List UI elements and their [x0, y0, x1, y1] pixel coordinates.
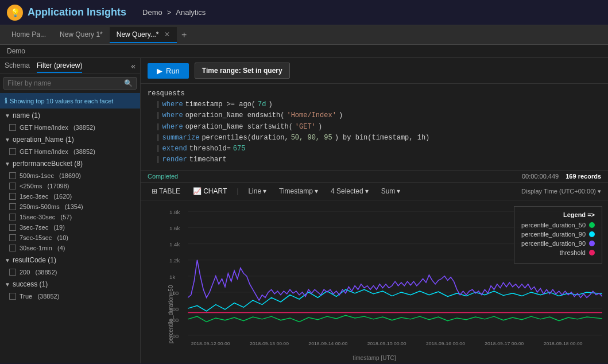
svg-text:1.4k: 1.4k	[169, 242, 180, 247]
legend-dot-90	[589, 231, 595, 237]
results-count: 169 records	[566, 173, 601, 180]
code-line-1: resquests	[148, 88, 601, 99]
chart-legend: Legend => percentile_duration_50 percent…	[514, 206, 602, 264]
run-button[interactable]: ▶ Run	[148, 63, 189, 79]
legend-item-4: threshold	[521, 249, 595, 256]
svg-text:2018-09-12 00:00: 2018-09-12 00:00	[191, 342, 230, 346]
content-area: ▶ Run Time range: Set in query resquests…	[141, 58, 608, 363]
table-view-button[interactable]: ⊞ TABLE	[148, 185, 184, 197]
list-item[interactable]: GET Home/Index (38852)	[8, 122, 137, 133]
chevron-icon: ▼	[5, 257, 10, 264]
chevron-icon: ▼	[5, 137, 10, 143]
code-line-4: | where operation_Name startswith( 'GET'…	[148, 122, 601, 133]
legend-dot-95	[589, 241, 595, 246]
nav-arrow: >	[167, 8, 172, 17]
main-layout: Schema Filter (preview) « 🔍 ℹ Showing to…	[0, 58, 608, 363]
nav-analytics[interactable]: Analytics	[171, 8, 210, 17]
results-time: 00:00:00.449	[522, 173, 559, 180]
facet-checkbox[interactable]	[9, 224, 16, 231]
list-item[interactable]: 1sec-3sec (1620)	[8, 191, 137, 202]
line-dropdown[interactable]: Line ▾	[244, 185, 270, 197]
list-item[interactable]: 200 (38852)	[8, 267, 137, 277]
filter-input[interactable]	[7, 79, 124, 87]
list-item[interactable]: <250ms (17098)	[8, 181, 137, 191]
facet-header-0[interactable]: ▼ name (1)	[3, 109, 137, 122]
list-item[interactable]: 3sec-7sec (19)	[8, 222, 137, 233]
chevron-down-icon: ▾	[315, 187, 318, 195]
facet-checkbox[interactable]	[9, 269, 16, 276]
facet-checkbox[interactable]	[9, 293, 16, 300]
sidebar-tab-filter[interactable]: Filter (preview)	[37, 61, 82, 73]
facet-group-1: ▼ operation_Name (1)GET Home/Index (3885…	[0, 133, 140, 157]
results-status: Completed	[148, 173, 178, 180]
selected-dropdown[interactable]: 4 Selected ▾	[327, 185, 373, 197]
facet-group-0: ▼ name (1)GET Home/Index (38852)	[0, 109, 140, 133]
chart-view-button[interactable]: 📈 CHART	[189, 185, 231, 197]
tab-add-button[interactable]: +	[177, 30, 191, 40]
list-item[interactable]: 7sec-15sec (10)	[8, 233, 137, 243]
svg-text:2018-09-13 00:00: 2018-09-13 00:00	[250, 342, 289, 346]
tab-home-pa[interactable]: Home Pa...	[5, 27, 53, 43]
svg-text:1.6k: 1.6k	[169, 226, 180, 231]
list-item[interactable]: GET Home/Index (38852)	[8, 146, 137, 157]
tab-bar: Home Pa... New Query 1* New Query...* ✕ …	[0, 25, 608, 45]
chevron-icon: ▼	[5, 281, 10, 288]
tab-new-query-active[interactable]: New Query...* ✕	[110, 27, 177, 43]
svg-text:2018-09-15 00:00: 2018-09-15 00:00	[367, 342, 406, 346]
nav-demo[interactable]: Demo	[138, 8, 167, 17]
top-navigation: 💡 Application Insights Demo > Analytics	[0, 0, 608, 25]
x-axis-label: timestamp [UTC]	[353, 355, 396, 361]
table-icon: ⊞	[152, 187, 157, 195]
tab-close-icon[interactable]: ✕	[164, 30, 170, 38]
legend-item-1: percentile_duration_50	[521, 222, 595, 229]
code-line-5: | summarize percentiles(duration, 50, 90…	[148, 133, 601, 144]
chevron-down-icon: ▾	[598, 188, 601, 195]
facet-checkbox[interactable]	[9, 172, 16, 179]
chevron-icon: ▼	[5, 161, 10, 167]
code-editor[interactable]: resquests | where timestamp >= ago(7d) |…	[141, 84, 608, 171]
facet-checkbox[interactable]	[9, 203, 16, 210]
facet-header-1[interactable]: ▼ operation_Name (1)	[3, 133, 137, 146]
time-range-button[interactable]: Time range: Set in query	[195, 63, 290, 79]
code-line-2: | where timestamp >= ago(7d)	[148, 99, 601, 110]
facet-checkbox[interactable]	[9, 183, 16, 189]
chevron-down-icon: ▾	[365, 187, 369, 195]
timestamp-dropdown[interactable]: Timestamp ▾	[275, 185, 322, 197]
chevron-down-icon: ▾	[397, 187, 400, 195]
list-item[interactable]: 250ms-500ms (1354)	[8, 202, 137, 212]
facet-header-3[interactable]: ▼ resultCode (1)	[3, 253, 137, 267]
facet-items-2: 500ms-1sec (18690)<250ms (17098)1sec-3se…	[3, 171, 137, 253]
chevron-icon: ▼	[5, 113, 10, 119]
app-logo: 💡 Application Insights	[7, 5, 126, 21]
svg-text:1.8k: 1.8k	[169, 210, 180, 215]
sum-dropdown[interactable]: Sum ▾	[377, 185, 405, 197]
svg-text:2018-09-14 00:00: 2018-09-14 00:00	[308, 342, 347, 346]
tab-new-query-1[interactable]: New Query 1*	[53, 27, 110, 43]
run-icon: ▶	[157, 67, 162, 75]
chart-toolbar: ⊞ TABLE 📈 CHART | Line ▾ Timestamp ▾ 4 S…	[141, 183, 608, 200]
legend-title: Legend =>	[521, 211, 595, 218]
facet-checkbox[interactable]	[9, 193, 16, 200]
facet-items-4: True (38852)	[3, 291, 137, 301]
list-item[interactable]: 500ms-1sec (18690)	[8, 171, 137, 181]
display-time-dropdown[interactable]: Display Time (UTC+00:00) ▾	[521, 188, 601, 195]
list-item[interactable]: True (38852)	[8, 291, 137, 301]
facet-checkbox[interactable]	[9, 124, 16, 131]
facet-header-2[interactable]: ▼ performanceBucket (8)	[3, 157, 137, 171]
results-bar: Completed 00:00:00.449 169 records	[141, 171, 608, 183]
sidebar-collapse-icon[interactable]: «	[131, 61, 135, 73]
facet-checkbox[interactable]	[9, 234, 16, 241]
list-item[interactable]: 30sec-1min (4)	[8, 243, 137, 253]
svg-text:1.2k: 1.2k	[169, 258, 180, 264]
facet-checkbox[interactable]	[9, 245, 16, 251]
app-title: Application Insights	[28, 6, 126, 18]
chart-container: percentile_duration_50 Legend => percent…	[141, 200, 608, 363]
facet-checkbox[interactable]	[9, 148, 16, 155]
facet-header-4[interactable]: ▼ success (1)	[3, 277, 137, 291]
info-bar: ℹ Showing top 10 values for each facet	[0, 93, 140, 109]
facet-checkbox[interactable]	[9, 214, 16, 220]
list-item[interactable]: 15sec-30sec (57)	[8, 212, 137, 222]
facets-container: ▼ name (1)GET Home/Index (38852)▼ operat…	[0, 109, 140, 301]
query-toolbar: ▶ Run Time range: Set in query	[141, 58, 608, 84]
sidebar-tab-schema[interactable]: Schema	[5, 61, 30, 73]
